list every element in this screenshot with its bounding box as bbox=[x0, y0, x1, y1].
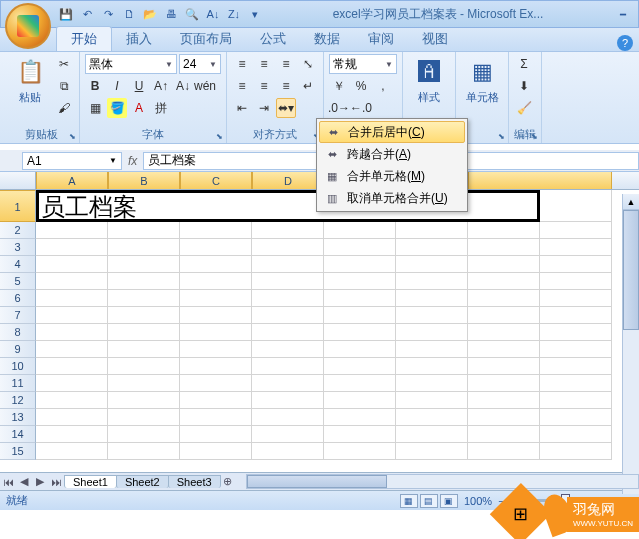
cell[interactable] bbox=[540, 190, 612, 222]
tab-home[interactable]: 开始 bbox=[56, 26, 112, 51]
cell[interactable] bbox=[36, 290, 108, 307]
row-head[interactable]: 12 bbox=[0, 392, 36, 409]
cell[interactable] bbox=[36, 426, 108, 443]
minimize-button[interactable]: ━ bbox=[612, 6, 634, 22]
name-box[interactable]: A1▼ bbox=[22, 152, 122, 170]
cell[interactable] bbox=[396, 392, 468, 409]
cell[interactable] bbox=[324, 341, 396, 358]
currency-icon[interactable]: ￥ bbox=[329, 76, 349, 96]
cell[interactable] bbox=[324, 239, 396, 256]
format-painter-icon[interactable]: 🖌 bbox=[54, 98, 74, 118]
cut-icon[interactable]: ✂ bbox=[54, 54, 74, 74]
tab-view[interactable]: 视图 bbox=[408, 27, 462, 51]
cell[interactable] bbox=[468, 392, 540, 409]
new-icon[interactable]: 🗋 bbox=[120, 5, 138, 23]
cells-button[interactable]: ▦ 单元格 bbox=[461, 54, 503, 105]
row-head[interactable]: 9 bbox=[0, 341, 36, 358]
cell[interactable] bbox=[540, 324, 612, 341]
wrap-text-icon[interactable]: ↵ bbox=[298, 76, 318, 96]
tab-formulas[interactable]: 公式 bbox=[246, 27, 300, 51]
cell[interactable] bbox=[468, 290, 540, 307]
fill-icon[interactable]: ⬇ bbox=[514, 76, 534, 96]
view-layout-icon[interactable]: ▤ bbox=[420, 494, 438, 508]
cell[interactable] bbox=[36, 443, 108, 460]
cell[interactable] bbox=[396, 307, 468, 324]
col-head-g[interactable] bbox=[468, 172, 612, 189]
cell[interactable] bbox=[180, 239, 252, 256]
cell[interactable] bbox=[540, 358, 612, 375]
redo-icon[interactable]: ↷ bbox=[99, 5, 117, 23]
select-all-corner[interactable] bbox=[0, 172, 36, 189]
phonetic-icon[interactable]: wén bbox=[195, 76, 215, 96]
row-head[interactable]: 4 bbox=[0, 256, 36, 273]
col-head-d[interactable]: D bbox=[252, 172, 324, 189]
worksheet-grid[interactable]: A B C D E F 1员工档案23456789101112131415 bbox=[0, 172, 639, 472]
font-color-icon[interactable]: A bbox=[129, 98, 149, 118]
sheet-tab-2[interactable]: Sheet2 bbox=[116, 475, 169, 488]
row-head[interactable]: 5 bbox=[0, 273, 36, 290]
row-head[interactable]: 14 bbox=[0, 426, 36, 443]
cell[interactable] bbox=[252, 341, 324, 358]
fill-color-icon[interactable]: 🪣 bbox=[107, 98, 127, 118]
increase-indent-icon[interactable]: ⇥ bbox=[254, 98, 274, 118]
italic-button[interactable]: I bbox=[107, 76, 127, 96]
undo-icon[interactable]: ↶ bbox=[78, 5, 96, 23]
cell[interactable] bbox=[540, 392, 612, 409]
cell[interactable] bbox=[252, 358, 324, 375]
sheet-tab-1[interactable]: Sheet1 bbox=[64, 475, 117, 488]
cell[interactable] bbox=[396, 375, 468, 392]
cell[interactable] bbox=[180, 307, 252, 324]
cell[interactable] bbox=[540, 222, 612, 239]
cell[interactable] bbox=[468, 273, 540, 290]
cell[interactable] bbox=[108, 239, 180, 256]
cell[interactable] bbox=[36, 375, 108, 392]
cell[interactable] bbox=[36, 239, 108, 256]
row-head[interactable]: 3 bbox=[0, 239, 36, 256]
paste-button[interactable]: 📋 粘贴 bbox=[9, 54, 51, 105]
cell[interactable] bbox=[468, 358, 540, 375]
cell[interactable] bbox=[324, 273, 396, 290]
cell[interactable] bbox=[108, 426, 180, 443]
cell[interactable] bbox=[36, 358, 108, 375]
cell[interactable] bbox=[108, 273, 180, 290]
align-top-icon[interactable]: ≡ bbox=[232, 54, 252, 74]
cell[interactable] bbox=[180, 443, 252, 460]
menu-merge-center[interactable]: ⬌ 合并后居中(C) bbox=[319, 121, 465, 143]
cell[interactable] bbox=[396, 290, 468, 307]
cell[interactable] bbox=[468, 239, 540, 256]
zoom-level[interactable]: 100% bbox=[464, 495, 492, 507]
cell[interactable] bbox=[180, 392, 252, 409]
cell[interactable] bbox=[468, 426, 540, 443]
cell[interactable] bbox=[324, 375, 396, 392]
cell[interactable] bbox=[324, 426, 396, 443]
cell[interactable] bbox=[396, 273, 468, 290]
cell[interactable] bbox=[396, 443, 468, 460]
new-sheet-icon[interactable]: ⊕ bbox=[220, 474, 236, 490]
cell[interactable] bbox=[468, 443, 540, 460]
cell[interactable] bbox=[108, 290, 180, 307]
preview-icon[interactable]: 🔍 bbox=[183, 5, 201, 23]
clear-icon[interactable]: 🧹 bbox=[514, 98, 534, 118]
row-head[interactable]: 6 bbox=[0, 290, 36, 307]
cell[interactable] bbox=[324, 409, 396, 426]
row-head[interactable]: 15 bbox=[0, 443, 36, 460]
sheet-nav-first-icon[interactable]: ⏮ bbox=[0, 474, 16, 490]
cell[interactable] bbox=[252, 443, 324, 460]
menu-unmerge[interactable]: ▥ 取消单元格合并(U) bbox=[319, 187, 465, 209]
cell[interactable] bbox=[252, 392, 324, 409]
grow-font-icon[interactable]: A↑ bbox=[151, 76, 171, 96]
cell[interactable] bbox=[36, 324, 108, 341]
bold-button[interactable]: B bbox=[85, 76, 105, 96]
phonetic-guide-icon[interactable]: 拼 bbox=[151, 98, 171, 118]
sort-asc-icon[interactable]: A↓ bbox=[204, 5, 222, 23]
cell[interactable] bbox=[108, 307, 180, 324]
row-head[interactable]: 11 bbox=[0, 375, 36, 392]
cell[interactable] bbox=[252, 290, 324, 307]
underline-button[interactable]: U bbox=[129, 76, 149, 96]
cell[interactable] bbox=[324, 222, 396, 239]
cell[interactable] bbox=[252, 324, 324, 341]
cell[interactable] bbox=[540, 256, 612, 273]
cell[interactable] bbox=[468, 409, 540, 426]
sheet-tab-3[interactable]: Sheet3 bbox=[168, 475, 221, 488]
cell[interactable] bbox=[324, 358, 396, 375]
